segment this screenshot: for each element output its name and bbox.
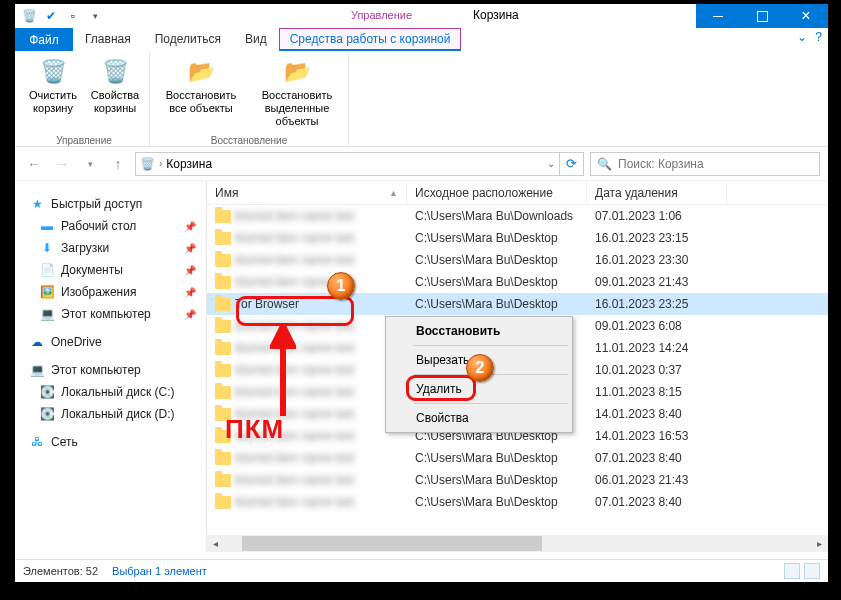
empty-recycle-label: Очистить корзину [25, 89, 81, 115]
folder-icon [215, 276, 231, 289]
file-row[interactable]: blurred item name textC:\Users\Mara Bu\D… [207, 205, 828, 227]
refresh-button[interactable]: ⟳ [560, 152, 584, 176]
qat-recycle-icon[interactable]: 🗑️ [19, 6, 39, 26]
separator [414, 403, 568, 404]
sidebar-onedrive[interactable]: ☁ OneDrive [17, 331, 204, 353]
file-row[interactable]: blurred item name textC:\Users\Mara Bu\D… [207, 227, 828, 249]
tab-recycle-tools[interactable]: Средства работы с корзиной [279, 28, 462, 51]
sidebar-desktop[interactable]: ▬ Рабочий стол 📌 [17, 215, 204, 237]
document-icon: 📄 [39, 262, 55, 278]
file-date-cell: 09.01.2023 6:08 [587, 319, 727, 333]
file-date-cell: 16.01.2023 23:15 [587, 231, 727, 245]
file-name-text: blurred item name text [235, 385, 354, 399]
restore-selected-button[interactable]: 📂 Восстановить выделенные объекты [252, 53, 342, 132]
gear-icon: 🗑️ [102, 55, 129, 89]
scroll-left-icon[interactable]: ◂ [207, 535, 224, 552]
view-large-button[interactable] [804, 563, 820, 579]
folder-icon [215, 408, 231, 421]
onedrive-icon: ☁ [29, 334, 45, 350]
sidebar-documents-label: Документы [61, 263, 123, 277]
recycle-props-label: Свойства корзины [87, 89, 143, 115]
scroll-right-icon[interactable]: ▸ [811, 535, 828, 552]
file-name-text: blurred item name text [235, 209, 354, 223]
qat-dropdown-icon[interactable]: ▾ [85, 6, 105, 26]
restore-all-icon: 📂 [188, 55, 215, 89]
ribbon-tabs: Файл Главная Поделиться Вид Средства раб… [15, 28, 828, 51]
maximize-button[interactable] [740, 4, 784, 28]
back-button[interactable]: ← [23, 153, 45, 175]
file-name-text: blurred item name text [235, 231, 354, 245]
window-title: Корзина [473, 4, 633, 26]
ctx-properties[interactable]: Свойства [388, 407, 570, 429]
view-details-button[interactable] [784, 563, 800, 579]
file-location-cell: C:\Users\Mara Bu\Desktop [407, 231, 587, 245]
file-row[interactable]: blurred item name textC:\Users\Mara Bu\D… [207, 491, 828, 513]
file-row[interactable]: blurred item name textC:\Users\Mara Bu\D… [207, 469, 828, 491]
tab-home[interactable]: Главная [73, 28, 143, 51]
file-name-cell: blurred item name text [207, 275, 407, 289]
help-icon[interactable]: ? [815, 30, 822, 44]
qat-check-icon[interactable]: ✔ [41, 6, 61, 26]
file-date-cell: 09.01.2023 21:43 [587, 275, 727, 289]
sidebar-disk-c[interactable]: 💽 Локальный диск (C:) [17, 381, 204, 403]
file-row[interactable]: Tor BrowserC:\Users\Mara Bu\Desktop16.01… [207, 293, 828, 315]
status-bar: Элементов: 52 Выбран 1 элемент [15, 559, 828, 582]
recycle-props-button[interactable]: 🗑️ Свойства корзины [87, 53, 143, 132]
pin-icon: 📌 [184, 221, 196, 232]
file-location-cell: C:\Users\Mara Bu\Desktop [407, 297, 587, 311]
file-name-cell: blurred item name text [207, 363, 407, 377]
sidebar-diskc-label: Локальный диск (C:) [61, 385, 175, 399]
sidebar-disk-d[interactable]: 💽 Локальный диск (D:) [17, 403, 204, 425]
folder-icon [215, 232, 231, 245]
history-dropdown[interactable]: ▾ [79, 153, 101, 175]
chevron-down-icon[interactable]: ⌄ [547, 158, 555, 169]
horizontal-scrollbar[interactable]: ◂ ▸ [207, 535, 828, 552]
file-name-text: blurred item name text [235, 429, 354, 443]
ctx-restore[interactable]: Восстановить [388, 320, 570, 342]
folder-icon [215, 474, 231, 487]
folder-icon [215, 452, 231, 465]
ribbon-collapse-icon[interactable]: ⌄ [797, 30, 807, 44]
file-name-text: blurred item name text [235, 451, 354, 465]
empty-recycle-button[interactable]: 🗑️ Очистить корзину [25, 53, 81, 132]
scrollbar-thumb[interactable] [242, 536, 542, 551]
file-row[interactable]: blurred item name textC:\Users\Mara Bu\D… [207, 271, 828, 293]
minimize-button[interactable] [696, 4, 740, 28]
col-date[interactable]: Дата удаления [587, 181, 727, 204]
up-button[interactable]: ↑ [107, 153, 129, 175]
sidebar-network[interactable]: 🖧 Сеть [17, 431, 204, 453]
file-row[interactable]: blurred item name textC:\Users\Mara Bu\D… [207, 447, 828, 469]
status-selection: Выбран 1 элемент [112, 565, 207, 577]
sidebar-quick-access[interactable]: ★ Быстрый доступ [17, 193, 204, 215]
sidebar-downloads-label: Загрузки [61, 241, 109, 255]
file-date-cell: 14.01.2023 16:53 [587, 429, 727, 443]
sidebar-thispc[interactable]: 💻 Этот компьютер [17, 359, 204, 381]
file-name-cell: blurred item name text [207, 231, 407, 245]
breadcrumb[interactable]: 🗑️ › Корзина ⌄ [135, 152, 560, 176]
file-date-cell: 16.01.2023 23:25 [587, 297, 727, 311]
tab-file[interactable]: Файл [15, 28, 73, 51]
qat-save-icon[interactable]: ▫ [63, 6, 83, 26]
ctx-delete[interactable]: Удалить [388, 378, 570, 400]
file-location-cell: C:\Users\Mara Bu\Desktop [407, 275, 587, 289]
file-row[interactable]: blurred item name textC:\Users\Mara Bu\D… [207, 249, 828, 271]
col-location[interactable]: Исходное расположение [407, 181, 587, 204]
contextual-tab-label: Управление [290, 4, 473, 26]
col-name[interactable]: Имя▲ [207, 181, 407, 204]
search-input[interactable]: 🔍 Поиск: Корзина [590, 152, 820, 176]
tab-share[interactable]: Поделиться [143, 28, 233, 51]
sidebar-pictures[interactable]: 🖼️ Изображения 📌 [17, 281, 204, 303]
forward-button[interactable]: → [51, 153, 73, 175]
sidebar-thispc-pin[interactable]: 💻 Этот компьютер 📌 [17, 303, 204, 325]
address-bar: ← → ▾ ↑ 🗑️ › Корзина ⌄ ⟳ 🔍 Поиск: Корзин… [15, 147, 828, 181]
ctx-cut[interactable]: Вырезать [388, 349, 570, 371]
tab-view[interactable]: Вид [233, 28, 279, 51]
folder-icon [215, 254, 231, 267]
close-button[interactable]: × [784, 4, 828, 28]
sidebar-diskd-label: Локальный диск (D:) [61, 407, 175, 421]
restore-all-button[interactable]: 📂 Восстановить все объекты [156, 53, 246, 132]
pin-icon: 📌 [184, 309, 196, 320]
sidebar-documents[interactable]: 📄 Документы 📌 [17, 259, 204, 281]
file-name-text: blurred item name text [235, 319, 354, 333]
sidebar-downloads[interactable]: ⬇ Загрузки 📌 [17, 237, 204, 259]
